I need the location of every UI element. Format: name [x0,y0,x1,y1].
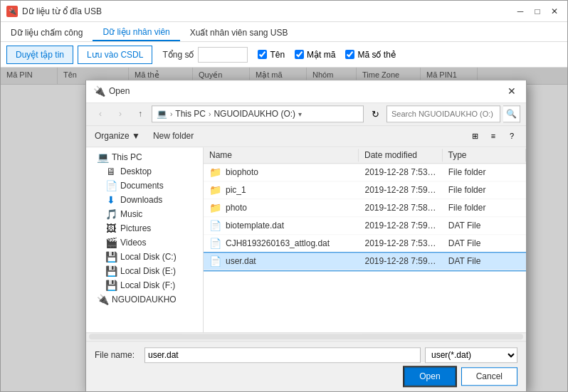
filename-input[interactable] [144,347,421,363]
file-row-biophoto[interactable]: 📁 biophoto 2019-12-28 7:53 SA File folde… [204,164,526,181]
local-f-icon: 💾 [106,280,116,290]
file-row-cjh[interactable]: 📄 CJH8193260163_attlog.dat 2019-12-28 7:… [204,235,526,253]
file-type-photo: File folder [443,201,526,214]
dat-icon: 📄 [209,255,221,267]
check-ma-so-the[interactable] [345,50,354,59]
file-name-cjh: 📄 CJH8193260163_attlog.dat [204,236,359,250]
dialog-toolbar: Organize ▼ New folder ⊞ ≡ ? [86,126,526,147]
filelist-scrollbar[interactable] [86,332,526,341]
fth-modified[interactable]: Date modified [359,149,443,161]
sidebar-item-local-c[interactable]: 💾 Local Disk (C:) [86,250,203,264]
file-type-biophoto: File folder [443,166,526,179]
nav-back-button[interactable]: ‹ [92,105,109,122]
filename-label: File name: [95,350,144,360]
browse-button[interactable]: Duyệt tập tin [6,46,73,64]
dialog-sidebar: 💻 This PC 🖥 Desktop 📄 Documents ⬇ Downlo… [86,147,204,332]
title-bar: 🔌 Dữ liệu từ ổ đĩa USB ─ □ ✕ [1,1,567,22]
fth-name[interactable]: Name [204,149,359,161]
file-row-photo[interactable]: 📁 photo 2019-12-28 7:58 SA File folder [204,199,526,217]
dialog-footer: File name: user(*.dat) Open Cancel [86,341,526,391]
app-icon: 🔌 [6,6,18,17]
music-icon: 🎵 [106,209,116,219]
nav-search-icon: 🔍 [503,105,520,122]
nav-drive: NGUOIDAUKHO (O:) [214,109,295,119]
maximize-button[interactable]: □ [530,4,545,18]
new-folder-button[interactable]: New folder [149,129,198,142]
file-modified-biophoto: 2019-12-28 7:53 SA [359,166,443,179]
cancel-button[interactable]: Cancel [461,367,517,386]
file-row-biotemplate[interactable]: 📄 biotemplate.dat 2019-12-28 7:59 SA DAT… [204,217,526,235]
desktop-icon: 🖥 [106,166,116,176]
filetype-select[interactable]: user(*.dat) [425,347,517,363]
tab-cham-cong[interactable]: Dữ liệu chấm công [1,22,93,41]
main-toolbar: Duyệt tập tin Lưu vào CSDL Tổng số Tên M… [1,42,567,68]
dialog-filelist[interactable]: Name Date modified Type 📁 biophoto 2019-… [204,147,526,332]
menu-bar: Dữ liệu chấm công Dữ liệu nhân viên Xuất… [1,22,567,42]
filelist-header: Name Date modified Type [204,147,526,164]
file-modified-cjh: 2019-12-28 7:53 SA [359,237,443,250]
fth-type[interactable]: Type [443,149,527,161]
dat-icon: 📄 [209,220,221,231]
nav-search-input[interactable] [386,105,500,122]
sidebar-item-local-e[interactable]: 💾 Local Disk (E:) [86,264,203,278]
nav-this-pc: This PC [175,109,206,119]
sidebar-item-pictures[interactable]: 🖼 Pictures [86,221,203,235]
nav-forward-button[interactable]: › [112,105,129,122]
file-name-pic1: 📁 pic_1 [204,183,359,197]
file-type-biotemplate: DAT File [443,219,526,232]
file-type-user: DAT File [443,255,526,267]
main-window: 🔌 Dữ liệu từ ổ đĩa USB ─ □ ✕ Dữ liệu chấ… [0,0,568,392]
folder-icon: 📁 [209,202,221,213]
sidebar-item-this-pc[interactable]: 💻 This PC [86,150,203,164]
pictures-icon: 🖼 [106,223,116,233]
dialog-close-button[interactable]: ✕ [505,84,519,98]
sidebar-item-documents[interactable]: 📄 Documents [86,179,203,193]
total-input[interactable] [198,47,248,63]
footer-actions: Open Cancel [95,367,517,386]
dialog-title-icon: 🔌 [93,85,105,97]
file-name-biotemplate: 📄 biotemplate.dat [204,218,359,233]
view-help-button[interactable]: ? [503,128,520,144]
videos-icon: 🎬 [106,238,116,248]
dialog-nav: ‹ › ↑ 💻 › This PC › NGUOIDAUKHO (O:) ▾ ↻… [86,103,526,126]
open-dialog: 🔌 Open ✕ ‹ › ↑ 💻 › This PC › NGUOIDAUKHO… [85,80,527,391]
window-title: Dữ liệu từ ổ đĩa USB [22,6,513,16]
sidebar-item-music[interactable]: 🎵 Music [86,207,203,221]
sidebar-item-desktop[interactable]: 🖥 Desktop [86,164,203,179]
tab-nhan-vien[interactable]: Dữ liệu nhân viên [93,22,179,41]
dialog-body: 💻 This PC 🖥 Desktop 📄 Documents ⬇ Downlo… [86,147,526,332]
minimize-button[interactable]: ─ [513,4,527,18]
check-mat-ma[interactable] [295,50,304,59]
footer-filename-row: File name: user(*.dat) [95,347,517,363]
file-row-user[interactable]: 📄 user.dat 2019-12-28 7:59 SA DAT File [204,253,526,270]
nav-refresh-button[interactable]: ↻ [367,105,384,122]
file-name-photo: 📁 photo [204,201,359,215]
view-buttons: ⊞ ≡ ? [466,128,520,144]
nguoidaukho-icon: 🔌 [98,295,107,304]
sidebar-item-videos[interactable]: 🎬 Videos [86,235,203,250]
local-c-icon: 💾 [106,252,116,262]
nav-up-button[interactable]: ↑ [132,105,149,122]
file-name-user: 📄 user.dat [204,254,359,268]
sidebar-item-nguoidaukho[interactable]: 🔌 NGUOIDAUKHO [86,292,203,307]
file-row-pic1[interactable]: 📁 pic_1 2019-12-28 7:59 SA File folder [204,181,526,199]
sidebar-item-downloads[interactable]: ⬇ Downloads [86,193,203,207]
dat-icon: 📄 [209,238,221,249]
nav-path: 💻 › This PC › NGUOIDAUKHO (O:) ▾ [152,105,364,122]
file-modified-biotemplate: 2019-12-28 7:59 SA [359,219,443,232]
close-button[interactable]: ✕ [547,4,562,18]
open-button[interactable]: Open [404,367,455,386]
file-type-cjh: DAT File [443,237,526,250]
table-area: Mã PIN Tên Mã thẻ Quyền Mật mã Nhóm Time… [1,68,567,391]
file-modified-photo: 2019-12-28 7:58 SA [359,201,443,214]
check-ten[interactable] [258,50,267,59]
check-ma-so-the-label: Mã số thẻ [345,50,395,60]
save-button[interactable]: Lưu vào CSDL [78,46,152,64]
organize-button[interactable]: Organize ▼ [92,129,143,142]
view-grid-button[interactable]: ⊞ [466,128,483,144]
tab-xuat[interactable]: Xuất nhân viên sang USB [180,22,298,41]
check-mat-ma-label: Mật mã [295,50,335,60]
sidebar-item-local-f[interactable]: 💾 Local Disk (F:) [86,278,203,292]
file-name-biophoto: 📁 biophoto [204,165,359,179]
view-list-button[interactable]: ≡ [485,128,502,144]
